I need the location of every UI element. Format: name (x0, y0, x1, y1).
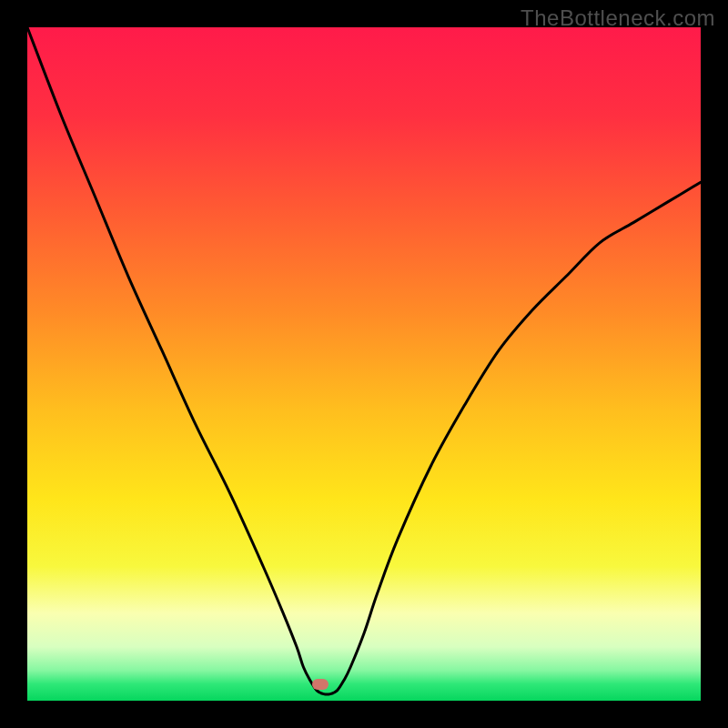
optimum-marker (312, 679, 329, 690)
chart-container: TheBottleneck.com (0, 0, 728, 728)
watermark-text: TheBottleneck.com (521, 5, 715, 31)
bottleneck-chart (27, 27, 701, 701)
gradient-background (27, 27, 701, 701)
plot-area (27, 27, 701, 701)
